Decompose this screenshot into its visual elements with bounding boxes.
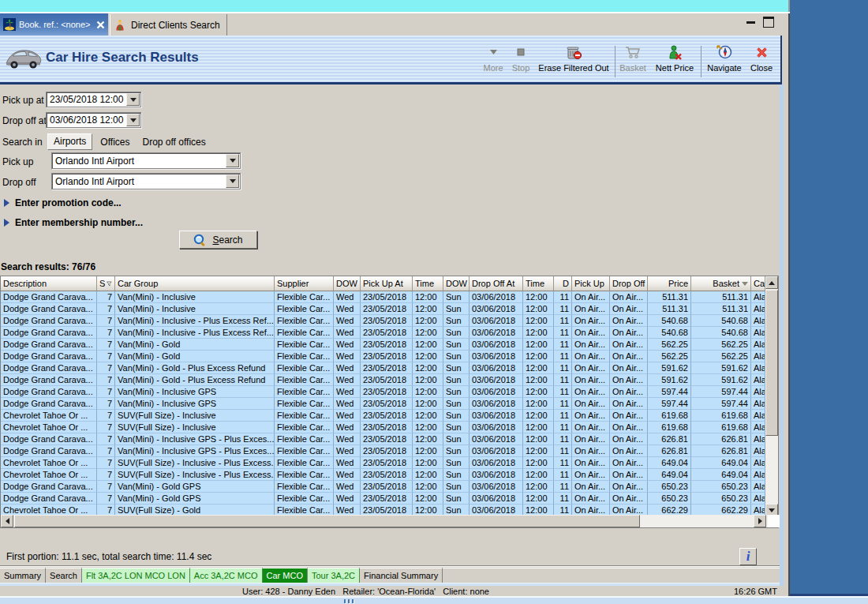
- column-header-time[interactable]: Time: [523, 276, 554, 291]
- column-header-dow[interactable]: DOW: [443, 276, 470, 291]
- cell: Flexible Car...: [275, 303, 334, 315]
- info-button[interactable]: i: [739, 548, 757, 565]
- bottom-tab-tour-3a-2c[interactable]: Tour 3A,2C: [308, 568, 360, 583]
- dropoff-combobox[interactable]: Orlando Intl Airport: [51, 173, 241, 189]
- search-in-airports[interactable]: Airports: [47, 133, 92, 150]
- table-row[interactable]: Dodge Grand Carava...7Van(Mini) - Gold -…: [1, 374, 778, 386]
- table-row[interactable]: Dodge Grand Carava...7Van(Mini) - Gold -…: [1, 362, 778, 374]
- column-header-d[interactable]: D: [554, 276, 572, 291]
- cell: 12:00: [523, 469, 554, 481]
- cell: Sun: [443, 362, 470, 374]
- table-row[interactable]: Dodge Grand Carava...7Van(Mini) - Inclus…: [1, 433, 778, 445]
- column-header-pick-up[interactable]: Pick Up: [572, 276, 610, 291]
- tab-booking-ref[interactable]: Book. ref.: <none>: [0, 13, 108, 36]
- close-tab-icon[interactable]: [96, 21, 105, 29]
- erase-filtered-out-button[interactable]: Erase Filtered Out: [535, 43, 612, 80]
- search-button[interactable]: Search: [179, 231, 257, 249]
- vertical-scrollbar[interactable]: [765, 276, 778, 516]
- table-row[interactable]: Dodge Grand Carava...7Van(Mini) - Inclus…: [1, 386, 778, 398]
- cell: On Air...: [572, 374, 610, 386]
- bottom-tab-flt-3a-2c-lon-mco-lon[interactable]: Flt 3A,2C LON MCO LON: [82, 568, 190, 583]
- cell: Flexible Car...: [275, 315, 334, 327]
- cell: 11: [554, 386, 572, 398]
- taskbar-grip-icon[interactable]: [344, 599, 354, 603]
- dropoff-at-combobox[interactable]: 03/06/2018 12:00: [46, 112, 141, 128]
- pickup-at-combobox[interactable]: 23/05/2018 12:00: [46, 92, 141, 107]
- column-header-car-group[interactable]: Car Group: [115, 276, 275, 291]
- horizontal-scrollbar-thumb[interactable]: [14, 515, 640, 527]
- close-button[interactable]: Close: [746, 43, 776, 80]
- column-header-drop-off-at[interactable]: Drop Off At: [470, 276, 523, 291]
- pickup-combobox[interactable]: Orlando Intl Airport: [51, 152, 241, 169]
- promotion-code-expander[interactable]: Enter promotion code...: [4, 197, 122, 208]
- sort-desc-icon: [742, 282, 748, 286]
- column-header-basket[interactable]: Basket: [691, 276, 751, 291]
- cell: Dodge Grand Carava...: [1, 339, 97, 351]
- cell: Dodge Grand Carava...: [1, 315, 97, 327]
- search-in-dropoff-offices[interactable]: Drop off offices: [137, 134, 210, 150]
- column-header-supplier[interactable]: Supplier: [275, 276, 334, 291]
- expander-arrow-icon: [4, 219, 9, 227]
- vertical-scrollbar-thumb[interactable]: [765, 290, 778, 436]
- toolbar: Car Hire Search Results MoreStopErase Fi…: [0, 36, 782, 84]
- membership-number-expander[interactable]: Enter membership number...: [4, 217, 143, 228]
- cell: On Air...: [572, 303, 610, 315]
- client-search-icon: [114, 19, 126, 32]
- table-row[interactable]: Dodge Grand Carava...7Van(Mini) - Inclus…: [1, 445, 778, 457]
- info-icon: i: [746, 549, 750, 565]
- table-row[interactable]: Dodge Grand Carava...7Van(Mini) - GoldFl…: [1, 351, 778, 362]
- cell: Flexible Car...: [275, 493, 334, 505]
- search-in-offices[interactable]: Offices: [95, 134, 134, 150]
- nett-price-button[interactable]: Nett Price: [650, 43, 699, 80]
- minimize-icon[interactable]: [746, 19, 757, 28]
- column-header-s[interactable]: S: [97, 276, 115, 291]
- maximize-icon[interactable]: [763, 17, 774, 28]
- navigate-button[interactable]: Navigate: [704, 43, 745, 80]
- table-row[interactable]: Chevrolet Tahoe Or ...7SUV(Full Size) - …: [1, 422, 778, 433]
- bottom-tab-summary[interactable]: Summary: [0, 568, 46, 583]
- table-row[interactable]: Chevrolet Tahoe Or ...7SUV(Full Size) - …: [1, 457, 778, 469]
- column-header-dow[interactable]: DOW: [334, 276, 361, 291]
- cell: 562.25: [691, 351, 751, 362]
- table-row[interactable]: Dodge Grand Carava...7Van(Mini) - Inclus…: [1, 398, 778, 410]
- horizontal-scrollbar[interactable]: [1, 515, 780, 527]
- table-row[interactable]: Dodge Grand Carava...7Van(Mini) - Inclus…: [1, 291, 778, 303]
- bottom-tab-financial-summary[interactable]: Financial Summary: [360, 568, 443, 583]
- cell: 562.25: [648, 339, 691, 351]
- column-header-description[interactable]: Description: [1, 276, 97, 291]
- scroll-left-icon[interactable]: [1, 515, 13, 527]
- pickup-value: Orlando Intl Airport: [52, 156, 225, 167]
- tab-direct-clients-search[interactable]: Direct Clients Search: [110, 14, 227, 36]
- column-header-ca[interactable]: Ca: [751, 276, 765, 291]
- scroll-right-icon[interactable]: [754, 515, 766, 527]
- dropoff-dropdown-icon[interactable]: [226, 174, 239, 188]
- cell: 12:00: [413, 410, 443, 422]
- table-row[interactable]: Chevrolet Tahoe Or ...7SUV(Full Size) - …: [1, 469, 778, 481]
- dropoff-at-dropdown-icon[interactable]: [126, 114, 140, 126]
- table-row[interactable]: Dodge Grand Carava...7Van(Mini) - Inclus…: [1, 315, 778, 327]
- cell: 12:00: [413, 422, 443, 433]
- column-header-time[interactable]: Time: [413, 276, 443, 291]
- column-header-drop-off[interactable]: Drop Off: [610, 276, 648, 291]
- pickup-dropdown-icon[interactable]: [226, 154, 239, 167]
- bottom-tab-search[interactable]: Search: [46, 568, 82, 583]
- table-row[interactable]: Dodge Grand Carava...7Van(Mini) - Gold G…: [1, 493, 778, 505]
- document-tabbar: Book. ref.: <none> Direct Clients Search: [0, 13, 784, 36]
- table-row[interactable]: Dodge Grand Carava...7Van(Mini) - GoldFl…: [1, 339, 778, 351]
- cell: On Air...: [610, 410, 648, 422]
- cell: SUV(Full Size) - Inclusive - Plus Excess…: [115, 457, 275, 469]
- bottom-tab-car-mco[interactable]: Car MCO: [263, 568, 308, 583]
- table-row[interactable]: Dodge Grand Carava...7Van(Mini) - Gold G…: [1, 481, 778, 493]
- pickup-at-dropdown-icon[interactable]: [126, 93, 140, 106]
- bottom-tab-acc-3a-2c-mco[interactable]: Acc 3A,2C MCO: [190, 568, 263, 583]
- scroll-up-icon[interactable]: [765, 276, 778, 289]
- table-row[interactable]: Chevrolet Tahoe Or ...7SUV(Full Size) - …: [1, 410, 778, 422]
- cell: 626.81: [648, 445, 691, 457]
- column-header-pick-up-at[interactable]: Pick Up At: [361, 276, 413, 291]
- cell: 03/06/2018: [470, 386, 523, 398]
- column-header-price[interactable]: Price: [648, 276, 691, 291]
- table-row[interactable]: Dodge Grand Carava...7Van(Mini) - Inclus…: [1, 327, 778, 339]
- table-row[interactable]: Dodge Grand Carava...7Van(Mini) - Inclus…: [1, 303, 778, 315]
- cell: 12:00: [413, 398, 443, 410]
- promotion-code-label: Enter promotion code...: [15, 197, 122, 208]
